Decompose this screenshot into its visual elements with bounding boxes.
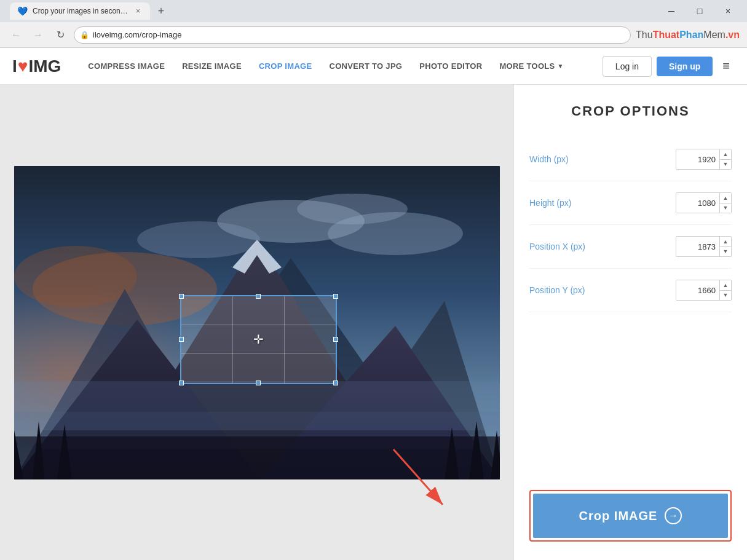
brand-logo: ThuThuatPhanMem.vn (636, 30, 740, 41)
nav-convert-to-jpg[interactable]: CONVERT TO JPG (320, 48, 411, 85)
editor-area: ✛ (0, 85, 513, 560)
crop-handle-bottom-right[interactable] (333, 381, 338, 385)
grid-line-v2 (284, 296, 285, 383)
nav-compress-image[interactable]: COMPRESS IMAGE (79, 48, 173, 85)
crop-handle-middle-left[interactable] (179, 337, 184, 342)
crop-handle-top-left[interactable] (179, 294, 184, 299)
width-label: Width (px) (529, 154, 569, 164)
svg-point-5 (328, 212, 463, 255)
position-x-increment-button[interactable]: ▲ (720, 237, 731, 246)
mountain-background: ✛ (14, 166, 500, 479)
position-y-option-row: Position Y (px) ▲ ▼ (529, 269, 732, 312)
position-y-spinner: ▲ ▼ (719, 280, 731, 300)
logo-img: IMG (28, 57, 61, 76)
width-option-row: Width (px) ▲ ▼ (529, 138, 732, 181)
crop-handle-bottom-center[interactable] (256, 381, 261, 385)
chevron-down-icon: ▼ (558, 63, 564, 69)
height-option-row: Height (px) ▲ ▼ (529, 181, 732, 225)
nav-links: COMPRESS IMAGE RESIZE IMAGE CROP IMAGE C… (79, 48, 603, 85)
panel-title: CROP OPTIONS (529, 103, 732, 119)
svg-point-4 (137, 221, 260, 258)
app-container: I ♥ IMG COMPRESS IMAGE RESIZE IMAGE CROP… (0, 48, 747, 560)
logo-heart-icon: ♥ (18, 57, 28, 76)
crop-handle-middle-right[interactable] (333, 337, 338, 342)
brand-vn: .vn (725, 30, 740, 41)
move-cursor-icon: ✛ (253, 332, 264, 347)
nav-resize-image[interactable]: RESIZE IMAGE (173, 48, 250, 85)
image-canvas: ✛ (14, 166, 500, 479)
nav-actions: Log in Sign up ≡ (603, 56, 735, 77)
crop-selection[interactable]: ✛ (180, 295, 337, 384)
grid-line-h1 (181, 325, 336, 325)
position-x-input[interactable] (676, 237, 719, 256)
svg-rect-17 (14, 436, 500, 479)
height-spinner: ▲ ▼ (719, 193, 731, 213)
crop-button-arrow-icon: → (665, 507, 682, 524)
height-increment-button[interactable]: ▲ (720, 193, 731, 203)
logo-i: I (12, 57, 17, 76)
position-x-spinner: ▲ ▼ (719, 237, 731, 256)
nav-more-tools[interactable]: MORE TOOLS ▼ (491, 48, 572, 85)
more-tools-label: MORE TOOLS (499, 61, 555, 71)
position-x-decrement-button[interactable]: ▼ (720, 246, 731, 257)
brand-phan: Phan (679, 30, 703, 41)
new-tab-button[interactable]: + (152, 2, 170, 20)
hamburger-menu-button[interactable]: ≡ (717, 57, 735, 76)
signup-button[interactable]: Sign up (657, 57, 713, 76)
crop-handle-bottom-left[interactable] (179, 381, 184, 385)
crop-handle-top-right[interactable] (333, 294, 338, 299)
height-input-wrap: ▲ ▼ (676, 192, 732, 213)
address-bar-wrap: 🔒 iloveimg.com/crop-image (74, 26, 631, 44)
nav-crop-image[interactable]: CROP IMAGE (250, 48, 321, 85)
tab-title: Crop your images in seconds for (33, 7, 131, 15)
width-spinner: ▲ ▼ (719, 149, 731, 169)
grid-line-h2 (181, 353, 336, 354)
window-maximize-button[interactable]: □ (686, 0, 714, 22)
position-x-label: Position X (px) (529, 242, 585, 251)
navbar: I ♥ IMG COMPRESS IMAGE RESIZE IMAGE CROP… (0, 48, 747, 85)
height-decrement-button[interactable]: ▼ (720, 203, 731, 213)
browser-tab-active[interactable]: 💙 Crop your images in seconds for × (10, 2, 150, 20)
login-button[interactable]: Log in (603, 56, 652, 77)
position-x-input-wrap: ▲ ▼ (676, 236, 732, 257)
tab-close-icon[interactable]: × (136, 7, 140, 15)
crop-button-label: Crop IMAGE (579, 509, 658, 523)
address-bar: ← → ↻ 🔒 iloveimg.com/crop-image ThuThuat… (0, 22, 747, 48)
address-input[interactable]: iloveimg.com/crop-image (74, 26, 631, 44)
position-y-input-wrap: ▲ ▼ (676, 280, 732, 301)
crop-button-container: Crop IMAGE → (529, 490, 732, 542)
brand-thuat: Thuat (653, 30, 680, 41)
logo[interactable]: I ♥ IMG (12, 57, 61, 76)
width-input[interactable] (676, 149, 719, 169)
height-input[interactable] (676, 193, 719, 213)
brand-thu: Thu (636, 30, 653, 41)
position-y-increment-button[interactable]: ▲ (720, 280, 731, 290)
window-controls: ─ □ × (657, 0, 742, 22)
lock-icon: 🔒 (80, 31, 89, 39)
height-label: Height (px) (529, 198, 571, 208)
right-panel: CROP OPTIONS Width (px) ▲ ▼ Height (px) (513, 85, 747, 560)
forward-button[interactable]: → (30, 26, 47, 44)
width-decrement-button[interactable]: ▼ (720, 159, 731, 170)
position-y-label: Position Y (px) (529, 285, 585, 295)
back-button[interactable]: ← (7, 26, 25, 44)
width-input-wrap: ▲ ▼ (676, 149, 732, 170)
position-y-decrement-button[interactable]: ▼ (720, 290, 731, 301)
crop-button-area: Crop IMAGE → (529, 478, 732, 542)
brand-mem: Mem (703, 30, 725, 41)
position-y-input[interactable] (676, 280, 719, 300)
grid-line-v1 (232, 296, 233, 383)
crop-handle-top-center[interactable] (256, 294, 261, 299)
crop-image-button[interactable]: Crop IMAGE → (533, 494, 728, 538)
window-minimize-button[interactable]: ─ (657, 0, 686, 22)
refresh-button[interactable]: ↻ (52, 26, 69, 44)
main-content: ✛ CROP OPTIONS Width (px) (0, 85, 747, 560)
position-x-option-row: Position X (px) ▲ ▼ (529, 225, 732, 269)
svg-point-7 (14, 246, 137, 307)
browser-titlebar: 💙 Crop your images in seconds for × + ─ … (0, 0, 747, 22)
nav-photo-editor[interactable]: PHOTO EDITOR (411, 48, 491, 85)
width-increment-button[interactable]: ▲ (720, 149, 731, 159)
window-close-button[interactable]: × (714, 0, 742, 22)
